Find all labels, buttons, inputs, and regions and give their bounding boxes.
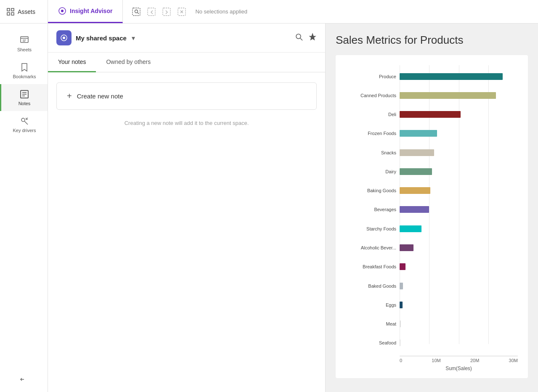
panel-tabs: Your notes Owned by others	[48, 53, 325, 72]
bar-row: Baking Goods	[346, 181, 518, 200]
panel-header-actions	[295, 33, 317, 43]
bar-fill	[400, 339, 400, 346]
bookmarks-icon	[19, 62, 29, 72]
create-note-label: Create new note	[77, 93, 123, 100]
bookmarks-label: Bookmarks	[13, 74, 36, 79]
left-nav: Sheets Bookmarks Notes	[0, 24, 48, 392]
panel-content: + Create new note Creating a new note wi…	[48, 72, 325, 392]
bar-row: Starchy Foods	[346, 219, 518, 238]
topbar-actions: No selections applied	[123, 7, 256, 17]
space-name: My shared space	[76, 34, 127, 42]
svg-point-22	[21, 118, 25, 122]
svg-point-29	[63, 37, 65, 39]
space-icon	[56, 30, 72, 45]
pin-icon[interactable]	[308, 33, 317, 43]
bar-label: Starchy Foods	[346, 226, 396, 231]
bar-row: Alcoholic Bever...	[346, 238, 518, 257]
svg-point-7	[135, 10, 138, 13]
insight-icon	[58, 7, 66, 15]
assets-label: Assets	[18, 8, 35, 15]
bar-fill	[400, 73, 503, 80]
notes-icon	[19, 89, 29, 99]
bar-row: Seafood	[346, 334, 518, 352]
bar-row: Breakfast Foods	[346, 257, 518, 276]
collapse-button[interactable]	[13, 368, 35, 392]
sheets-icon	[19, 35, 29, 45]
bar-label: Breakfast Foods	[346, 264, 396, 269]
bar-fill	[400, 130, 437, 137]
tab-your-notes[interactable]: Your notes	[48, 53, 96, 72]
bar-row: Meat	[346, 314, 518, 333]
bar-fill	[400, 206, 429, 213]
axis-value: 0	[400, 358, 402, 363]
svg-rect-3	[11, 13, 14, 15]
smart-search-icon[interactable]	[131, 7, 141, 17]
bar-chart: Produce Canned Products Deli Frozen Food…	[346, 65, 518, 371]
bar-label: Eggs	[346, 302, 396, 307]
bar-fill	[400, 320, 401, 327]
assets-button[interactable]: Assets	[0, 0, 48, 23]
insight-label: Insight Advisor	[70, 8, 112, 14]
space-dropdown-icon[interactable]: ▾	[132, 34, 135, 42]
bar-row: Baked Goods	[346, 276, 518, 295]
no-selections-label: No selections applied	[195, 8, 247, 15]
svg-line-23	[24, 121, 28, 124]
bar-label: Alcoholic Bever...	[346, 245, 396, 250]
axis-value: 20M	[470, 358, 479, 363]
insight-advisor-tab[interactable]: Insight Advisor	[48, 0, 123, 23]
back-icon[interactable]	[146, 7, 156, 17]
forward-icon[interactable]	[162, 7, 172, 17]
bar-label: Snacks	[346, 150, 396, 155]
bar-fill	[400, 225, 421, 232]
bar-row: Deli	[346, 105, 518, 124]
bar-label: Deli	[346, 112, 396, 117]
notes-label: Notes	[19, 101, 31, 106]
create-note-hint: Creating a new note will add it to the c…	[56, 120, 317, 126]
axis-value: 30M	[509, 358, 518, 363]
svg-rect-0	[7, 8, 10, 11]
sidebar-item-bookmarks[interactable]: Bookmarks	[0, 57, 48, 84]
bar-label: Dairy	[346, 169, 396, 174]
panel-header: My shared space ▾	[48, 24, 325, 53]
sidebar-item-notes[interactable]: Notes	[0, 84, 48, 111]
bar-label: Baked Goods	[346, 283, 396, 289]
grid-icon	[7, 8, 14, 16]
bar-row: Canned Products	[346, 86, 518, 105]
key-drivers-icon	[19, 116, 29, 126]
main-layout: Sheets Bookmarks Notes	[0, 24, 538, 392]
svg-point-30	[296, 34, 301, 39]
bar-row: Dairy	[346, 162, 518, 181]
bar-fill	[400, 92, 496, 99]
bar-fill	[400, 168, 432, 175]
notes-panel: My shared space ▾ Your notes	[48, 24, 326, 392]
bar-label: Beverages	[346, 207, 396, 212]
bar-row: Produce	[346, 67, 518, 86]
bar-label: Canned Products	[346, 93, 396, 98]
bar-fill	[400, 283, 403, 289]
svg-rect-14	[21, 37, 28, 42]
bar-fill	[400, 149, 434, 156]
bar-label: Frozen Foods	[346, 131, 396, 136]
axis-value: 10M	[432, 358, 440, 363]
chart-area: Sales Metrics for Products Produce Canne…	[326, 24, 538, 392]
tab-owned-by-others[interactable]: Owned by others	[96, 53, 161, 72]
bar-fill	[400, 111, 461, 118]
bar-row: Eggs	[346, 295, 518, 314]
chart-container: Produce Canned Products Deli Frozen Food…	[336, 55, 528, 378]
x-axis-title: Sum(Sales)	[346, 366, 518, 371]
plus-icon: +	[67, 91, 72, 101]
create-note-button[interactable]: + Create new note	[56, 82, 317, 110]
search-icon[interactable]	[295, 33, 303, 43]
svg-line-8	[138, 13, 139, 14]
bar-label: Meat	[346, 321, 396, 326]
collapse-icon	[20, 375, 28, 384]
key-drivers-label: Key drivers	[13, 128, 36, 133]
bar-fill	[400, 244, 413, 251]
sidebar-item-key-drivers[interactable]: Key drivers	[0, 111, 48, 138]
bar-row: Beverages	[346, 200, 518, 219]
bar-label: Baking Goods	[346, 188, 396, 193]
sidebar-item-sheets[interactable]: Sheets	[0, 30, 48, 57]
topbar: Assets Insight Advisor	[0, 0, 538, 24]
clear-icon[interactable]	[177, 7, 187, 17]
svg-line-31	[300, 38, 302, 40]
